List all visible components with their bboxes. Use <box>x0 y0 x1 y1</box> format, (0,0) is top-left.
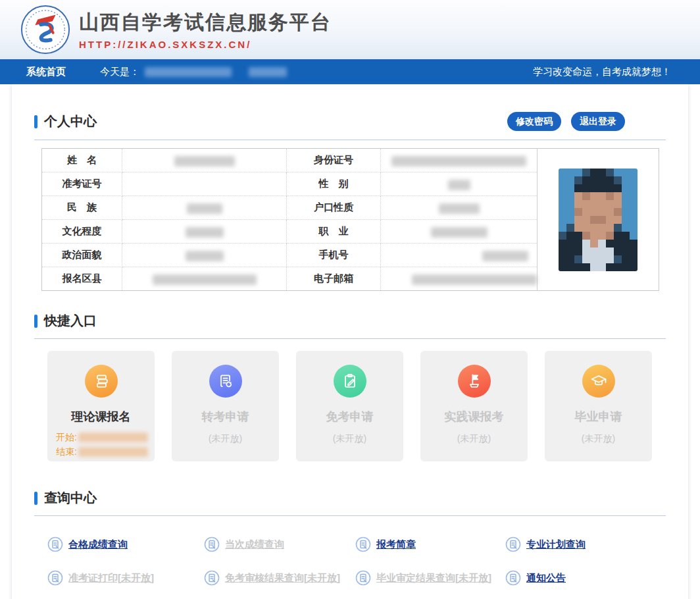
document-circle-icon <box>355 570 371 586</box>
document-circle-icon <box>505 570 521 586</box>
today-label: 今天是： <box>100 66 139 78</box>
logout-button[interactable]: 退出登录 <box>571 112 625 131</box>
field-value-ethnicity <box>122 196 287 220</box>
field-label-admission-number: 准考证号 <box>42 172 122 196</box>
card-transfer-application[interactable]: 转考申请 (未开放) <box>172 351 279 461</box>
top-navbar: 系统首页 今天是： 学习改变命运，自考成就梦想！ <box>0 59 700 84</box>
card-status: (未开放) <box>582 433 615 445</box>
field-value-id-number <box>381 149 538 172</box>
link-graduation-review-result[interactable]: 毕业审定结果查询[未开放] <box>355 565 505 590</box>
document-circle-icon <box>355 536 371 552</box>
card-label: 转考申请 <box>202 409 249 425</box>
field-label-occupation: 职 业 <box>287 220 381 244</box>
card-status: (未开放) <box>333 433 366 445</box>
field-value-occupation <box>381 220 538 244</box>
card-exemption-application[interactable]: 免考申请 (未开放) <box>296 351 403 461</box>
title-accent-bar <box>34 315 38 328</box>
card-label: 毕业申请 <box>575 409 622 425</box>
document-circle-icon <box>47 536 63 552</box>
query-links: 合格成绩查询 当次成绩查询 报考简章 专业计划查询 准考证打印[未开放] 免考审… <box>47 532 666 590</box>
personal-center-title: 个人中心 <box>34 113 97 130</box>
document-circle-icon <box>204 536 220 552</box>
field-value-name <box>122 149 287 172</box>
field-label-name: 姓 名 <box>42 149 122 172</box>
field-value-household-type <box>381 196 538 220</box>
card-label: 免考申请 <box>326 409 374 425</box>
title-accent-bar <box>34 115 38 128</box>
field-label-education: 文化程度 <box>42 220 122 244</box>
link-major-plan-query[interactable]: 专业计划查询 <box>505 532 666 557</box>
field-label-political-status: 政治面貌 <box>42 244 122 267</box>
quick-entry-cards: 理论课报名 开始: 结束: 转考申请 (未开放) <box>47 351 666 461</box>
card-practical-registration[interactable]: 实践课报考 (未开放) <box>420 351 528 461</box>
link-current-scores-query[interactable]: 当次成绩查询 <box>204 532 355 557</box>
quick-entry-header: 快捷入口 <box>34 312 666 339</box>
field-label-household-type: 户口性质 <box>287 196 381 220</box>
site-banner: 山西自学考试信息服务平台 HTTP://ZIKAO.SXKSZX.CN/ <box>0 0 700 59</box>
clipboard-pencil-icon <box>334 365 366 398</box>
site-title: 山西自学考试信息服务平台 <box>79 9 332 36</box>
title-accent-bar <box>34 492 38 505</box>
document-circle-icon <box>47 570 63 586</box>
link-exemption-review-result[interactable]: 免考审核结果查询[未开放] <box>204 565 355 590</box>
field-value-district <box>122 267 287 291</box>
nav-slogan: 学习改变命运，自考成就梦想！ <box>533 66 671 78</box>
link-passed-scores-query[interactable]: 合格成绩查询 <box>47 532 204 557</box>
field-value-gender <box>381 172 538 196</box>
transfer-doc-icon <box>209 365 242 398</box>
main-content: 个人中心 修改密码 退出登录 姓 名 身份证号 准考证号 性 别 民 族 户口性… <box>12 84 688 599</box>
change-password-button[interactable]: 修改密码 <box>507 112 561 131</box>
link-registration-guide[interactable]: 报考简章 <box>355 532 505 557</box>
books-icon <box>85 365 118 398</box>
nav-item-home[interactable]: 系统首页 <box>26 66 66 78</box>
profile-photo-cell <box>538 149 659 291</box>
card-status: (未开放) <box>457 433 491 445</box>
field-value-admission-number <box>122 172 287 196</box>
today-week-redacted <box>249 67 287 77</box>
query-center-title: 查询中心 <box>34 489 97 507</box>
field-label-district: 报名区县 <box>42 267 122 291</box>
table-row: 姓 名 身份证号 <box>42 149 659 172</box>
personal-info-table: 姓 名 身份证号 准考证号 性 别 民 族 户口性质 文化程度 职 业 <box>41 148 659 291</box>
card-label: 理论课报名 <box>72 409 131 425</box>
site-logo-icon <box>20 4 71 55</box>
flag-icon <box>458 365 491 398</box>
field-value-political-status <box>122 244 287 267</box>
link-notices[interactable]: 通知公告 <box>505 565 666 590</box>
field-value-email <box>381 267 538 291</box>
field-label-email: 电子邮箱 <box>287 267 381 291</box>
field-label-ethnicity: 民 族 <box>42 196 122 220</box>
document-circle-icon <box>204 570 220 586</box>
field-label-phone: 手机号 <box>287 244 381 267</box>
card-label: 实践课报考 <box>445 409 504 425</box>
site-url: HTTP://ZIKAO.SXKSZX.CN/ <box>79 39 332 50</box>
field-label-gender: 性 别 <box>287 172 381 196</box>
card-graduation-application[interactable]: 毕业申请 (未开放) <box>545 351 652 461</box>
today-date-redacted <box>145 67 232 77</box>
field-label-id-number: 身份证号 <box>287 149 381 172</box>
link-admission-ticket-print[interactable]: 准考证打印[未开放] <box>47 565 204 590</box>
document-circle-icon <box>505 536 521 552</box>
field-value-phone <box>381 244 538 267</box>
quick-entry-title: 快捷入口 <box>34 312 97 330</box>
graduation-cap-icon <box>582 365 615 398</box>
card-date-range: 开始: 结束: <box>47 430 155 459</box>
profile-photo <box>559 169 638 271</box>
card-theory-registration[interactable]: 理论课报名 开始: 结束: <box>47 351 155 461</box>
field-value-education <box>122 220 287 244</box>
personal-center-header: 个人中心 修改密码 退出登录 <box>34 112 666 140</box>
card-status: (未开放) <box>209 433 242 445</box>
nav-today: 今天是： <box>100 66 287 78</box>
query-center-header: 查询中心 <box>34 489 666 516</box>
